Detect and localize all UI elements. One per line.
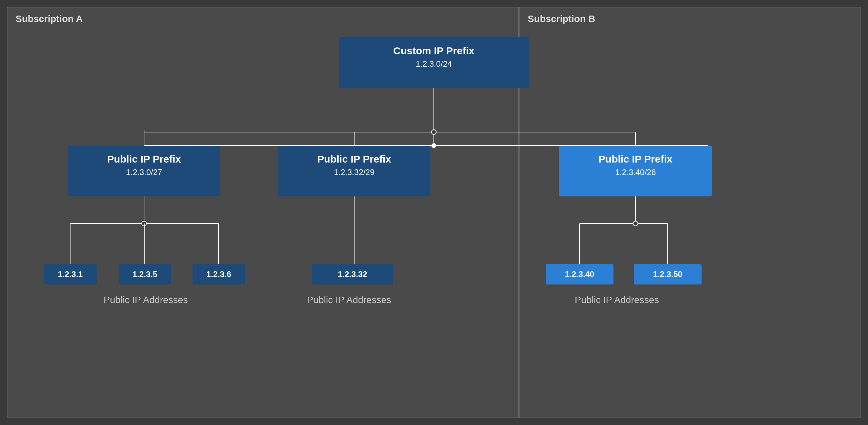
- public-ip-addresses-label-2: Public IP Addresses: [278, 295, 420, 305]
- public-ip-prefix-a1-box: Public IP Prefix 1.2.3.0/27: [68, 146, 220, 196]
- ip-addr-1-2-3-40: 1.2.3.40: [546, 264, 613, 284]
- public-ip-prefix-a2-title: Public IP Prefix: [288, 152, 420, 166]
- ip-addr-1-2-3-1: 1.2.3.1: [44, 264, 97, 284]
- ip-addr-1-2-3-50: 1.2.3.50: [634, 264, 702, 284]
- public-ip-prefix-a1-subnet: 1.2.3.0/27: [78, 168, 210, 177]
- public-ip-prefix-a1-title: Public IP Prefix: [78, 152, 210, 166]
- public-ip-prefix-b1-box: Public IP Prefix 1.2.3.40/26: [559, 146, 712, 196]
- main-container: Subscription A Subscription B Custom IP …: [0, 0, 868, 425]
- public-ip-addresses-label-1: Public IP Addresses: [75, 295, 217, 305]
- ip-addr-1-2-3-6: 1.2.3.6: [193, 264, 245, 284]
- custom-ip-prefix-subnet: 1.2.3.0/24: [349, 59, 519, 69]
- custom-ip-prefix-box: Custom IP Prefix 1.2.3.0/24: [339, 37, 529, 88]
- custom-ip-prefix-title: Custom IP Prefix: [349, 44, 519, 57]
- public-ip-prefix-b1-subnet: 1.2.3.40/26: [569, 168, 702, 177]
- subscription-b-label: Subscription B: [520, 7, 861, 30]
- public-ip-prefix-b1-title: Public IP Prefix: [569, 152, 702, 166]
- public-ip-prefix-a2-box: Public IP Prefix 1.2.3.32/29: [278, 146, 430, 196]
- subscription-b-panel: Subscription B: [519, 7, 861, 418]
- subscription-a-label: Subscription A: [7, 7, 518, 30]
- public-ip-prefix-a2-subnet: 1.2.3.32/29: [288, 168, 420, 177]
- ip-addr-1-2-3-32: 1.2.3.32: [312, 264, 393, 284]
- ip-addr-1-2-3-5: 1.2.3.5: [119, 264, 171, 284]
- public-ip-addresses-label-3: Public IP Addresses: [536, 295, 698, 305]
